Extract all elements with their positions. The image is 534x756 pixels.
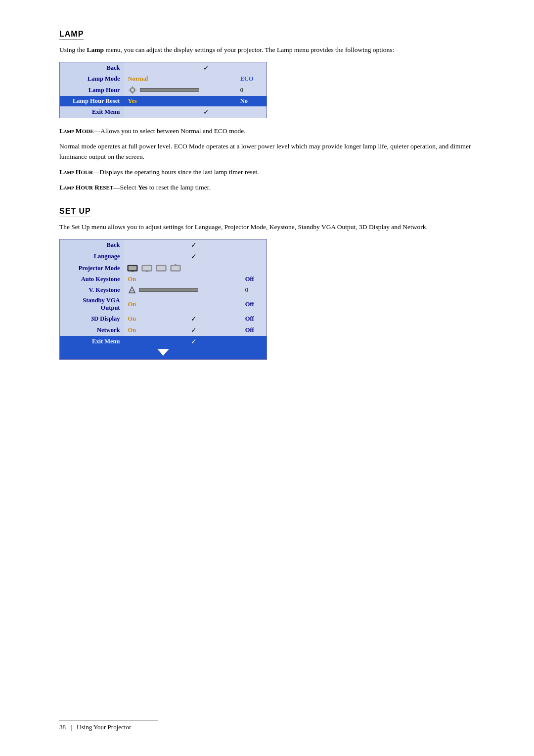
lamp-row-back: Back ✓ <box>60 62 267 74</box>
vkeystone-slider[interactable] <box>139 288 198 292</box>
footer-divider <box>59 720 158 720</box>
lamp-reset-yes: Yes <box>124 96 199 106</box>
projmode-icon1 <box>127 264 138 273</box>
lamp-label-back: Back <box>60 62 124 74</box>
setup-label-vkeystone: V. Keystone <box>60 284 124 295</box>
lamp-exit-check: ✓ <box>199 106 236 118</box>
lamp-hour-desc: Lamp HOUR—Displays the operating hours s… <box>59 167 475 178</box>
setup-network-on: On <box>124 325 187 336</box>
setup-intro: The Set Up menu allows you to adjust set… <box>59 222 475 232</box>
svg-rect-7 <box>129 266 136 270</box>
lamp-section: LAMP Using the Lamp menu, you can adjust… <box>59 30 475 193</box>
setup-standby-on: On <box>124 295 187 313</box>
setup-label-exit: Exit Menu <box>60 336 124 347</box>
setup-back-col3 <box>241 239 267 251</box>
setup-exit-check: ✓ <box>187 336 241 347</box>
lamp-mode-desc: Lamp MODE—Allows you to select between N… <box>59 126 475 137</box>
setup-back-check: ✓ <box>187 239 241 251</box>
lamp-reset-mid <box>199 96 236 106</box>
lamp-mode-term: Lamp MODE <box>59 127 93 135</box>
setup-autokeystone-on: On <box>124 274 187 284</box>
setup-section: SET UP The Set Up menu allows you to adj… <box>59 207 475 360</box>
svg-point-16 <box>175 264 176 265</box>
lamp-mode-mid <box>199 74 236 84</box>
lamp-back-col3 <box>236 62 267 74</box>
setup-standby-off: Off <box>241 295 267 313</box>
setup-label-projmode: Projector Mode <box>60 262 124 274</box>
setup-label-autokeystone: Auto Keystone <box>60 274 124 284</box>
lamp-mode-eco: ECO <box>236 74 267 84</box>
projmode-icon3 <box>156 264 167 273</box>
setup-network-off: Off <box>241 325 267 336</box>
lamp-label-exit: Exit Menu <box>60 106 124 118</box>
lamp-hour-slider[interactable] <box>140 88 199 92</box>
svg-rect-2 <box>132 86 133 88</box>
setup-row-autokeystone: Auto Keystone On Off <box>60 274 267 284</box>
lamp-row-hour: Lamp Hour 0 <box>60 84 267 96</box>
down-arrow-icon <box>157 349 169 356</box>
setup-exit-col3 <box>241 336 267 347</box>
setup-3d-on: On <box>124 313 187 325</box>
setup-projmode-icons <box>124 262 267 274</box>
setup-back-col1 <box>124 239 187 251</box>
lamp-label-mode: Lamp Mode <box>60 74 124 84</box>
lamp-hour-value: 0 <box>236 84 267 96</box>
setup-network-check: ✓ <box>187 325 241 336</box>
keystone-triangle-icon <box>128 286 136 294</box>
projmode-icon2 <box>141 264 152 273</box>
setup-row-standby-vga: Standby VGA Output On Off <box>60 295 267 313</box>
lamp-back-col1 <box>124 62 199 74</box>
setup-label-network: Network <box>60 325 124 336</box>
lamp-hour-term: Lamp HOUR <box>59 168 93 176</box>
setup-3d-check: ✓ <box>187 313 241 325</box>
setup-vkeystone-slider-cell <box>124 284 241 295</box>
svg-marker-17 <box>129 287 135 293</box>
lamp-mode-detail: Normal mode operates at full power level… <box>59 142 475 162</box>
setup-arrow-cell <box>60 347 267 360</box>
setup-label-3ddisplay: 3D Display <box>60 313 124 325</box>
gear-icon <box>128 86 137 94</box>
svg-rect-10 <box>143 266 151 270</box>
lamp-intro: Using the Lamp menu, you can adjust the … <box>59 45 475 55</box>
setup-row-arrow <box>60 347 267 360</box>
lamp-menu-table: Back ✓ Lamp Mode Normal ECO Lamp Hour <box>59 62 267 118</box>
lamp-reset-desc: Lamp HOUR RESET—Select Yes to reset the … <box>59 183 475 193</box>
lamp-reset-term: Lamp HOUR RESET <box>59 184 113 191</box>
lamp-row-reset: Lamp Hour Reset Yes No <box>60 96 267 106</box>
setup-autokeystone-mid <box>187 274 241 284</box>
svg-rect-8 <box>132 271 134 272</box>
lamp-mode-normal: Normal <box>124 74 199 84</box>
setup-autokeystone-off: Off <box>241 274 267 284</box>
setup-row-3ddisplay: 3D Display On ✓ Off <box>60 313 267 325</box>
svg-rect-11 <box>146 271 148 272</box>
lamp-reset-no: No <box>236 96 267 106</box>
svg-point-1 <box>131 89 134 92</box>
setup-label-back: Back <box>60 239 124 251</box>
lamp-label-hour: Lamp Hour <box>60 84 124 96</box>
lamp-exit-col1 <box>124 106 199 118</box>
lamp-row-mode: Lamp Mode Normal ECO <box>60 74 267 84</box>
setup-row-vkeystone: V. Keystone 0 <box>60 284 267 295</box>
svg-rect-3 <box>132 93 133 94</box>
setup-label-language: Language <box>60 251 124 262</box>
setup-standby-mid <box>187 295 241 313</box>
setup-row-projmode: Projector Mode <box>60 262 267 274</box>
svg-rect-13 <box>157 266 165 270</box>
lamp-title: LAMP <box>59 30 84 40</box>
setup-label-standby-vga: Standby VGA Output <box>60 295 124 313</box>
projmode-icon4 <box>170 264 181 273</box>
setup-vkeystone-value: 0 <box>241 284 267 295</box>
lamp-hour-slider-cell <box>124 84 236 96</box>
setup-3d-off: Off <box>241 313 267 325</box>
page-footer: 38 | Using Your Projector <box>59 720 158 731</box>
svg-rect-15 <box>172 266 179 270</box>
lamp-back-col2: ✓ <box>199 62 236 74</box>
lamp-row-exit: Exit Menu ✓ <box>60 106 267 118</box>
setup-exit-col1 <box>124 336 187 347</box>
setup-menu-table: Back ✓ Language ✓ Projector Mode <box>59 239 267 360</box>
setup-row-language: Language ✓ <box>60 251 267 262</box>
setup-language-check: ✓ <box>187 251 241 262</box>
footer-text: Using Your Projector <box>77 723 131 731</box>
lamp-label-reset: Lamp Hour Reset <box>60 96 124 106</box>
setup-row-network: Network On ✓ Off <box>60 325 267 336</box>
